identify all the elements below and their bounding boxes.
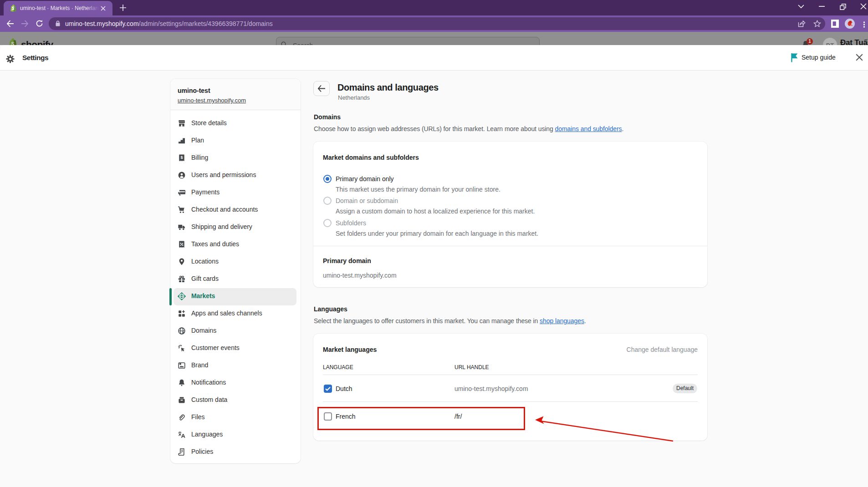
svg-text:$: $ xyxy=(180,155,183,160)
svg-text:S: S xyxy=(11,41,15,45)
